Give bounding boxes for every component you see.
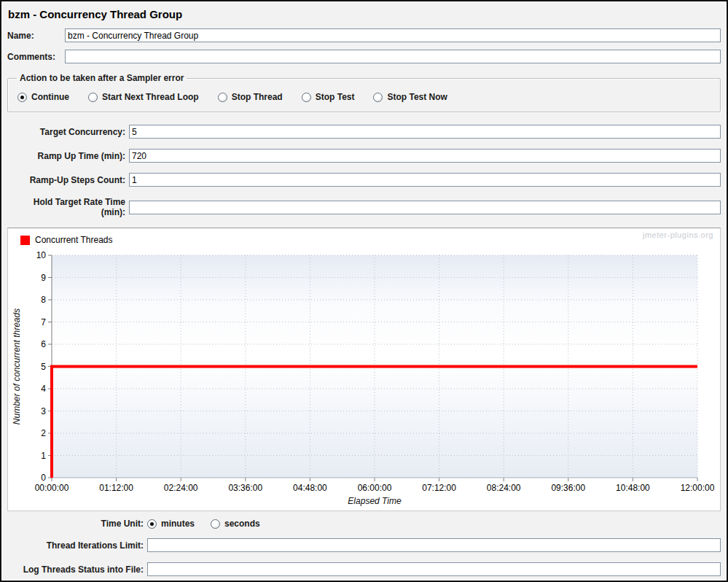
radio-minutes-icon[interactable] [147, 519, 157, 529]
bottom-form: Time Unit: minutes seconds Thread Iterat… [7, 519, 721, 576]
svg-text:12:00:00: 12:00:00 [681, 483, 715, 493]
thread-iterations-limit-label: Thread Iterations Limit: [7, 540, 144, 551]
radio-stop-thread-label: Stop Thread [232, 92, 283, 102]
radio-start-next-thread-loop-label: Start Next Thread Loop [102, 92, 199, 102]
svg-text:09:36:00: 09:36:00 [551, 483, 585, 493]
ramp-up-time-input[interactable] [129, 149, 721, 163]
time-unit-row: Time Unit: minutes seconds [7, 519, 721, 529]
comments-row: Comments: [7, 50, 721, 63]
legend-label-concurrent-threads: Concurrent Threads [35, 235, 113, 245]
time-unit-label: Time Unit: [7, 519, 144, 529]
svg-text:8: 8 [41, 295, 46, 305]
svg-text:0: 0 [41, 473, 46, 483]
radio-seconds-icon[interactable] [211, 519, 220, 529]
svg-text:00:00:00: 00:00:00 [35, 483, 69, 493]
radio-stop-test-now[interactable]: Stop Test Now [373, 92, 447, 102]
svg-text:10: 10 [36, 250, 47, 260]
comments-label: Comments: [7, 52, 65, 62]
svg-text:04:48:00: 04:48:00 [293, 483, 327, 493]
target-concurrency-label: Target Concurrency: [7, 127, 125, 137]
radio-seconds-label: seconds [224, 519, 260, 529]
hold-target-rate-input[interactable] [129, 201, 721, 214]
radio-minutes-label: minutes [161, 519, 195, 529]
svg-text:1: 1 [41, 451, 46, 461]
comments-input[interactable] [65, 50, 721, 63]
svg-text:9: 9 [41, 273, 46, 283]
svg-text:08:24:00: 08:24:00 [487, 483, 521, 493]
legend-swatch-concurrent-threads [20, 236, 30, 245]
svg-text:03:36:00: 03:36:00 [228, 483, 262, 493]
name-row: Name: [7, 28, 721, 42]
svg-text:01:12:00: 01:12:00 [99, 483, 133, 493]
radio-stop-thread-icon[interactable] [218, 93, 227, 102]
log-threads-status-label: Log Threads Status into File: [7, 564, 144, 575]
radio-stop-test-now-label: Stop Test Now [387, 92, 447, 102]
radio-continue-label: Continue [31, 92, 69, 102]
sampler-error-fieldset: Action to be taken after a Sampler error… [7, 73, 721, 112]
svg-text:6: 6 [41, 339, 46, 349]
svg-text:5: 5 [41, 362, 46, 372]
radio-start-next-thread-loop[interactable]: Start Next Thread Loop [88, 92, 199, 102]
radio-stop-test[interactable]: Stop Test [302, 92, 355, 102]
ramp-up-steps-label: Ramp-Up Steps Count: [7, 175, 125, 185]
svg-text:02:24:00: 02:24:00 [164, 483, 198, 493]
page-title: bzm - Concurrency Thread Group [8, 8, 721, 20]
ramp-up-steps-input[interactable] [129, 173, 721, 187]
radio-continue-icon[interactable] [17, 93, 27, 102]
name-input[interactable] [65, 28, 721, 42]
svg-text:06:00:00: 06:00:00 [358, 483, 392, 493]
concurrency-thread-group-panel: bzm - Concurrency Thread Group Name: Com… [0, 0, 728, 582]
chart-legend: Concurrent Threads [20, 235, 113, 245]
radio-stop-test-icon[interactable] [302, 93, 311, 102]
svg-text:Number of concurrent threads: Number of concurrent threads [12, 309, 22, 424]
jmeter-plugins-watermark: jmeter-plugins.org [643, 230, 713, 239]
hold-target-rate-label: Hold Target Rate Time (min): [7, 197, 125, 217]
chart-panel: Concurrent Threads jmeter-plugins.org 01… [7, 228, 721, 511]
radio-stop-test-now-icon[interactable] [373, 93, 383, 102]
svg-text:3: 3 [41, 406, 46, 416]
radio-continue[interactable]: Continue [17, 92, 69, 102]
radio-stop-test-label: Stop Test [316, 92, 355, 102]
log-threads-status-input[interactable] [147, 562, 721, 576]
concurrency-preview-chart: 01234567891000:00:0001:12:0002:24:0003:3… [8, 228, 723, 511]
svg-text:7: 7 [41, 317, 46, 327]
svg-text:07:12:00: 07:12:00 [422, 483, 456, 493]
radio-start-next-thread-loop-icon[interactable] [88, 93, 98, 102]
ramp-up-time-label: Ramp Up Time (min): [7, 151, 125, 161]
radio-seconds[interactable]: seconds [211, 519, 260, 529]
hold-target-rate-row: Hold Target Rate Time (min): [7, 197, 721, 217]
thread-iterations-limit-row: Thread Iterations Limit: [7, 538, 721, 552]
radio-minutes[interactable]: minutes [147, 519, 195, 529]
thread-iterations-limit-input[interactable] [147, 538, 721, 552]
ramp-up-time-row: Ramp Up Time (min): [7, 149, 721, 163]
svg-text:Elapsed Time: Elapsed Time [348, 496, 402, 506]
radio-stop-thread[interactable]: Stop Thread [218, 92, 283, 102]
sampler-error-options: Continue Start Next Thread Loop Stop Thr… [17, 92, 713, 102]
ramp-up-steps-row: Ramp-Up Steps Count: [7, 173, 721, 187]
log-threads-status-row: Log Threads Status into File: [7, 562, 721, 576]
sampler-error-title: Action to be taken after a Sampler error [17, 73, 187, 83]
target-concurrency-row: Target Concurrency: [7, 125, 721, 139]
time-unit-options: minutes seconds [147, 519, 260, 529]
svg-text:2: 2 [41, 428, 46, 438]
svg-text:10:48:00: 10:48:00 [616, 483, 650, 493]
name-label: Name: [7, 31, 65, 41]
svg-text:4: 4 [41, 384, 46, 394]
target-concurrency-input[interactable] [129, 125, 721, 139]
